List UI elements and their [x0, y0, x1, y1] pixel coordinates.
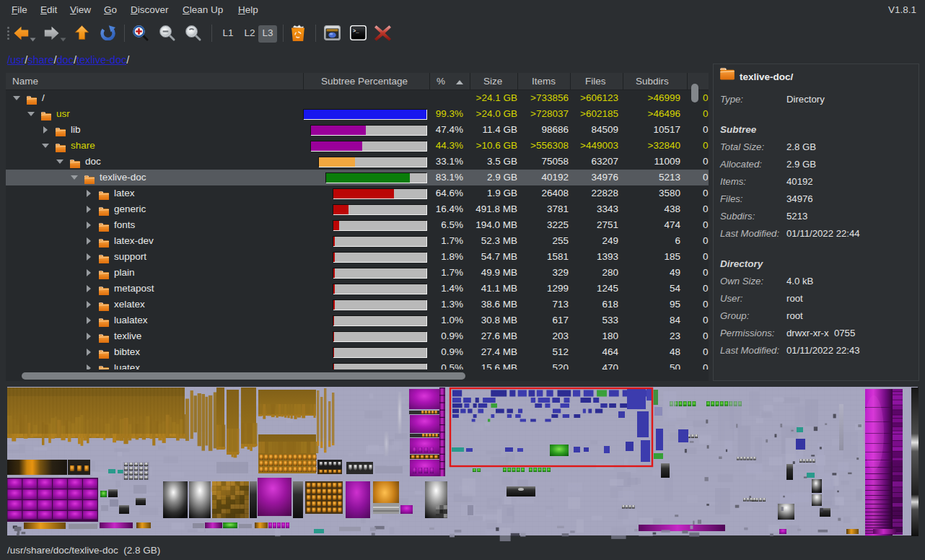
svg-text:>_: >_ [353, 28, 359, 34]
